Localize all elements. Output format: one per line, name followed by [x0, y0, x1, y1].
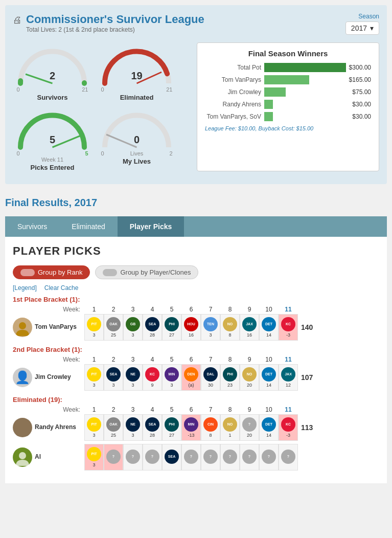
pick-score: 27	[169, 433, 174, 438]
team-logo-circle: ?	[262, 450, 276, 464]
week-number: 4	[143, 306, 162, 313]
team-logo-circle: GB	[126, 317, 140, 331]
week-number: 11	[279, 406, 298, 413]
group-by-player-button[interactable]: Group by Player/Clones	[95, 265, 198, 279]
pick-score: 8	[209, 433, 212, 438]
pick-score: 20	[247, 383, 252, 388]
pick-score: 3	[93, 462, 95, 467]
group-by-rank-label: Group by Rank	[38, 268, 82, 276]
svg-text:5: 5	[50, 134, 55, 145]
week-number: 3	[123, 306, 143, 313]
svg-line-4	[53, 134, 84, 147]
pick-cell: NE3	[123, 364, 143, 391]
player-picks-section: PLAYER PICKS Group by Rank Group by Play…	[5, 237, 387, 483]
bar-value: $30.00	[352, 113, 371, 120]
week-number: 8	[220, 306, 240, 313]
pick-cell: ?	[181, 444, 201, 470]
pick-score: -3	[286, 433, 290, 438]
week-label: Week:	[13, 306, 84, 313]
week-number: 3	[123, 406, 143, 413]
pick-cell: NE3	[123, 414, 143, 441]
season-dropdown[interactable]: 2017 ▾	[345, 21, 379, 35]
pick-cell: PIT3	[84, 364, 104, 391]
pick-cell: DEN(a)	[181, 364, 201, 391]
bracket-section: 1st Place Bracket (1):Week:1234567891011…	[13, 296, 379, 341]
chart-bar-label: Tom VanParys	[205, 76, 261, 83]
pick-score: 8	[228, 332, 231, 338]
bar-container	[264, 87, 349, 97]
pick-cell: SEA28	[143, 314, 162, 341]
my-lives-gauge-svg: 0	[97, 106, 176, 152]
season-selector: Season 2017 ▾	[345, 13, 379, 35]
team-logo-circle: MIN	[184, 417, 198, 432]
pick-score: 27	[169, 332, 174, 338]
week-number: 5	[162, 306, 181, 313]
player-avatar: 👤	[13, 368, 32, 387]
week-number-highlight: 11	[285, 406, 291, 413]
pick-cell: ?	[240, 444, 259, 470]
svg-text:19: 19	[131, 70, 142, 81]
pick-score: 28	[150, 433, 155, 438]
winners-chart: Final Season Winners Total Pot $300.00 T…	[197, 42, 379, 171]
picks-entered-gauge: 5 0 5 Week 11 Picks Entered	[13, 106, 92, 171]
group-by-rank-button[interactable]: Group by Rank	[13, 265, 90, 279]
chart-bar-row: Total Pot $300.00	[205, 63, 371, 72]
pick-cell: ?	[201, 444, 220, 470]
bracket-title[interactable]: 1st Place Bracket (1):	[13, 296, 379, 303]
pick-cell: NO20	[240, 364, 259, 391]
player-total-score: 140	[298, 323, 313, 331]
pick-score: 3	[93, 433, 95, 438]
avatar-svg	[14, 449, 31, 466]
chevron-down-icon: ▾	[370, 24, 374, 32]
tab-player-picks[interactable]: Player Picks	[118, 216, 185, 237]
tab-eliminated[interactable]: Eliminated	[59, 216, 117, 237]
group-by-player-label: Group by Player/Clones	[120, 268, 191, 276]
pick-cell: TEN3	[201, 314, 220, 341]
printer-icon[interactable]: 🖨	[13, 15, 22, 26]
week-number: 7	[201, 306, 220, 313]
team-logo-circle: NE	[126, 367, 140, 382]
chart-title: Final Season Winners	[205, 49, 371, 58]
pick-score: 20	[247, 433, 252, 438]
pick-cell: KC-3	[279, 414, 298, 441]
tab-survivors[interactable]: Survivors	[5, 216, 59, 237]
bracket-section: 2nd Place Bracket (1):Week:1234567891011…	[13, 346, 379, 391]
bracket-title[interactable]: 2nd Place Bracket (1):	[13, 346, 379, 353]
week-number: 10	[259, 356, 279, 363]
pick-score: 16	[189, 332, 194, 338]
pick-score: 14	[266, 332, 271, 338]
week-number: 5	[162, 356, 181, 363]
pick-cell: SEA	[162, 444, 181, 470]
team-logo-circle: KC	[281, 417, 295, 432]
pick-cell: DET14	[259, 414, 279, 441]
week-number: 9	[240, 356, 259, 363]
team-logo-circle: HOU	[184, 317, 198, 331]
team-logo-circle: ?	[242, 417, 257, 432]
bar-value: $75.00	[352, 88, 371, 96]
gauges-column: 2 0 21 Survivors 19 0 2	[13, 42, 192, 171]
week-number: 2	[104, 306, 123, 313]
pick-score: 3	[131, 433, 134, 438]
week-number: 11	[279, 356, 298, 363]
survivors-label: Survivors	[37, 94, 68, 101]
bracket-section: Eliminated (19):Week:1234567891011 Randy…	[13, 396, 379, 470]
team-logo-circle: NE	[126, 417, 140, 432]
team-logo-circle: PHI	[165, 317, 179, 331]
clear-cache-link[interactable]: Clear Cache	[44, 284, 79, 292]
team-logo-circle: ?	[203, 450, 218, 464]
chart-bars-container: Total Pot $300.00 Tom VanParys $165.00 J…	[205, 63, 371, 121]
pick-score: -3	[286, 332, 290, 338]
player-cell: Randy Ahrens	[13, 418, 84, 437]
pick-cell: NO1	[220, 414, 240, 441]
team-logo-circle: DET	[262, 367, 276, 382]
pick-score: 3	[131, 332, 134, 338]
team-logo-circle: PHI	[165, 417, 179, 432]
week-header-row: Week:1234567891011	[13, 306, 379, 313]
bracket-title[interactable]: Eliminated (19):	[13, 396, 379, 404]
legend-link[interactable]: [Legend]	[13, 284, 37, 292]
week-header-row: Week:1234567891011	[13, 356, 379, 363]
pick-cell: GB3	[123, 314, 143, 341]
team-logo-circle: PIT	[87, 367, 101, 382]
week-number: 8	[220, 406, 240, 413]
team-logo-circle: CIN	[203, 417, 218, 432]
